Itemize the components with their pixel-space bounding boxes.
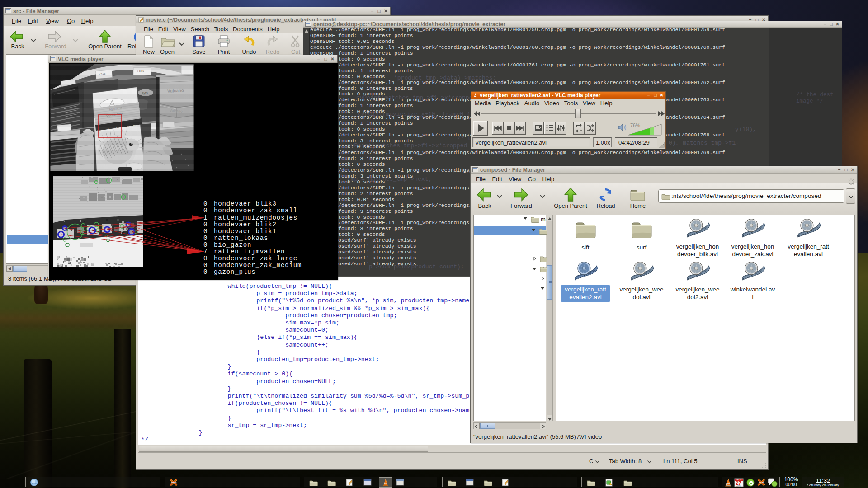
- svg-text:chat: chat: [759, 481, 764, 484]
- svg-text:JAN: JAN: [736, 485, 741, 487]
- svg-text:chat: chat: [171, 481, 176, 484]
